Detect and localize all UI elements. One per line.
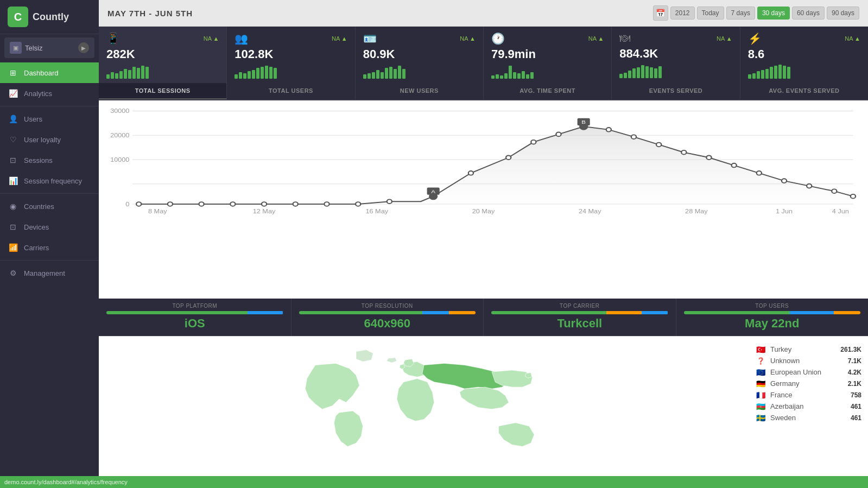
bar [650,67,653,78]
stat-bars [363,64,476,79]
bar [496,74,499,79]
stat-value: 102.8K [235,47,347,61]
sidebar-item-carriers[interactable]: 📶 Carriers [0,237,99,258]
stat-total-users[interactable]: 👥 NA ▲ 102.8K [227,27,355,83]
bar [111,72,114,79]
bar [522,71,525,79]
tab-total-sessions[interactable]: TOTAL SESSIONS [99,83,227,99]
svg-text:10000: 10000 [110,156,130,163]
header-bar: MAY 7TH - JUN 5TH 📅 2012 Today 7 days 30… [99,0,868,27]
clock-icon: 🕐 [491,32,505,45]
metric-bar-tertiary [449,311,476,314]
svg-point-32 [757,171,762,175]
sidebar-item-label: Countries [24,202,54,211]
tab-total-users[interactable]: TOTAL USERS [227,83,355,99]
bar [106,74,110,79]
stat-events-served[interactable]: 🍽 NA ▲ 884.3K [612,27,740,83]
bar [645,66,649,78]
carriers-icon: 📶 [8,242,18,253]
stat-bars [748,64,860,79]
chart-svg: 30000 20000 10000 0 [107,106,859,214]
bar [530,72,534,79]
map-section: 🇹🇷 Turkey 261.3K ❓ Unknown 7.1K 🇪🇺 Europ… [99,336,868,488]
date-range: MAY 7TH - JUN 5TH [107,9,193,18]
bar [372,72,375,79]
svg-point-19 [468,171,473,175]
svg-text:A: A [431,188,436,194]
stat-na: NA ▲ [845,35,860,42]
date-btn-today[interactable]: Today [697,7,724,20]
stat-avg-time[interactable]: 🕐 NA ▲ 79.9min [484,27,612,83]
metric-label: TOP USERS [684,303,861,309]
metric-bar-secondary [606,311,642,314]
users-icon: 👤 [8,113,18,124]
svg-point-33 [782,179,787,183]
stat-bars [235,64,347,79]
nav-section: ⊞ Dashboard 📈 Analytics 👤 Users ♡ User l… [0,61,99,284]
bar [765,69,769,79]
stat-new-users[interactable]: 🪪 NA ▲ 80.9K [356,27,484,83]
sidebar-item-user-loyalty[interactable]: ♡ User loyalty [0,129,99,150]
date-btn-7days[interactable]: 7 days [726,7,755,20]
session-freq-icon: 📊 [8,175,18,186]
sidebar-item-countries[interactable]: ◉ Countries [0,196,99,217]
logo-text: Countly [33,11,69,23]
tab-new-users[interactable]: NEW USERS [356,83,484,99]
bar [124,69,127,79]
tab-avg-events-served[interactable]: AVG. EVENTS SERVED [740,83,868,99]
bar [265,66,268,79]
bar [509,66,512,79]
stat-avg-events[interactable]: ⚡ NA ▲ 8.6 [740,27,868,83]
tab-events-served[interactable]: EVENTS SERVED [612,83,740,99]
bar [239,72,242,79]
svg-point-21 [531,140,536,144]
unknown-flag: ❓ [755,357,766,365]
svg-text:B: B [581,119,586,125]
logo-area: C Countly [0,0,99,34]
stat-header: 🪪 NA ▲ [363,32,476,45]
bar [385,68,388,79]
bar [628,71,631,78]
analytics-icon: 📈 [8,88,18,99]
germany-flag: 🇩🇪 [755,380,766,388]
sidebar-item-sessions[interactable]: ⊡ Sessions [0,150,99,170]
sidebar-item-label: Users [24,115,42,123]
countries-list: 🇹🇷 Turkey 261.3K ❓ Unknown 7.1K 🇪🇺 Europ… [749,337,868,488]
stats-row: 📱 NA ▲ 282K 👥 NA ▲ 102.8K [99,27,868,83]
metrics-bar: TOP PLATFORM iOS TOP RESOLUTION 640x960 … [99,299,868,336]
user-icon: ▣ [10,42,22,54]
user-bar[interactable]: ▣ Telsiz ▶ [4,37,94,58]
metric-top-users: TOP USERS May 22nd [676,299,869,336]
svg-point-9 [136,202,141,206]
user-play-button[interactable]: ▶ [78,42,89,53]
sidebar-item-label: Management [24,269,65,277]
svg-point-34 [807,184,812,188]
sidebar-item-analytics[interactable]: 📈 Analytics [0,83,99,104]
country-name: France [770,391,846,399]
bar [752,73,756,79]
date-btn-2012[interactable]: 2012 [670,7,695,20]
sidebar-item-session-frequency[interactable]: 📊 Session frequency [0,170,99,191]
sidebar-item-users[interactable]: 👤 Users [0,109,99,129]
metric-value: May 22nd [684,316,861,331]
svg-point-13 [262,202,267,206]
calendar-icon[interactable]: 📅 [653,5,668,21]
country-item-turkey: 🇹🇷 Turkey 261.3K [755,345,861,353]
svg-text:30000: 30000 [110,107,130,114]
date-btn-60days[interactable]: 60 days [792,7,825,20]
date-btn-90days[interactable]: 90 days [827,7,859,20]
france-flag: 🇫🇷 [755,391,766,399]
stat-na: NA ▲ [332,35,347,42]
svg-point-16 [356,202,360,206]
bar [402,69,406,79]
stat-header: 🕐 NA ▲ [491,32,604,45]
sidebar-item-devices[interactable]: ⊡ Devices [0,217,99,237]
stat-na: NA ▲ [717,35,732,42]
date-btn-30days[interactable]: 30 days [757,7,790,20]
tab-avg-time-spent[interactable]: AVG. TIME SPENT [484,83,612,99]
sidebar-item-management[interactable]: ⚙ Management [0,263,99,283]
bar [748,74,751,79]
sidebar-item-dashboard[interactable]: ⊞ Dashboard [0,62,99,83]
stat-bars [619,63,732,78]
stat-total-sessions[interactable]: 📱 NA ▲ 282K [99,27,227,83]
